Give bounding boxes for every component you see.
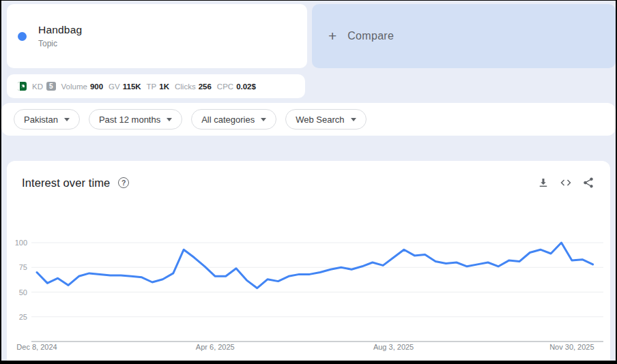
clicks-value: 256 [199,82,212,91]
region-dropdown-label: Pakistan [24,115,58,125]
cpc-label: CPC [217,82,233,91]
tp-label: TP [147,82,157,91]
clicks-label: Clicks [175,82,196,91]
cpc-value: 0.02$ [236,82,256,91]
chevron-down-icon [167,118,172,121]
x-axis-label: Dec 8, 2024 [16,343,57,351]
kd-label: KD [32,82,43,91]
category-dropdown-label: All categories [201,115,255,125]
category-dropdown[interactable]: All categories [191,109,276,130]
tp-value: 1K [159,82,169,91]
compare-label: Compare [347,30,394,42]
chevron-down-icon [351,118,356,121]
google-trends-screen: Handbag Topic + Compare KD 5 Volume 900 … [0,0,617,364]
time-range-dropdown-label: Past 12 months [99,115,160,125]
x-axis-label: Nov 30, 2025 [549,343,594,351]
plus-icon: + [328,28,336,44]
volume-value: 900 [90,82,103,91]
chevron-down-icon [64,118,70,121]
chevron-down-icon [261,118,266,121]
search-type-dropdown[interactable]: Web Search [285,109,366,130]
compare-button[interactable]: + Compare [312,4,616,68]
interest-over-time-card: Interest over time ? 255075100Dec 8, 202… [7,161,610,361]
kd-value-badge: 5 [46,82,56,91]
y-axis-label: 100 [15,239,27,247]
x-axis-label: Apr 6, 2025 [196,343,235,351]
series-color-dot-icon [18,32,27,41]
time-range-dropdown[interactable]: Past 12 months [89,109,182,130]
interest-over-time-chart[interactable]: 255075100Dec 8, 2024Apr 6, 2025Aug 3, 20… [7,161,613,361]
pakistan-flag-icon [18,82,27,91]
keyword-stats-bar: KD 5 Volume 900 GV 115K TP 1K Clicks 256… [7,74,305,98]
y-axis-label: 25 [19,313,27,321]
gv-value: 115K [123,82,141,91]
search-term-card[interactable]: Handbag Topic [7,4,307,68]
volume-label: Volume [61,82,87,91]
y-axis-label: 50 [19,288,27,297]
search-type-dropdown-label: Web Search [296,115,344,125]
region-dropdown[interactable]: Pakistan [14,109,80,130]
y-axis-label: 75 [19,263,27,271]
search-term-type: Topic [38,39,82,48]
filters-bar: Pakistan Past 12 months All categories W… [1,103,616,136]
search-term-text: Handbag Topic [38,24,82,48]
gv-label: GV [109,82,120,91]
x-axis-label: Aug 3, 2025 [373,343,414,351]
trend-line [37,243,593,288]
search-term-title: Handbag [38,24,82,36]
